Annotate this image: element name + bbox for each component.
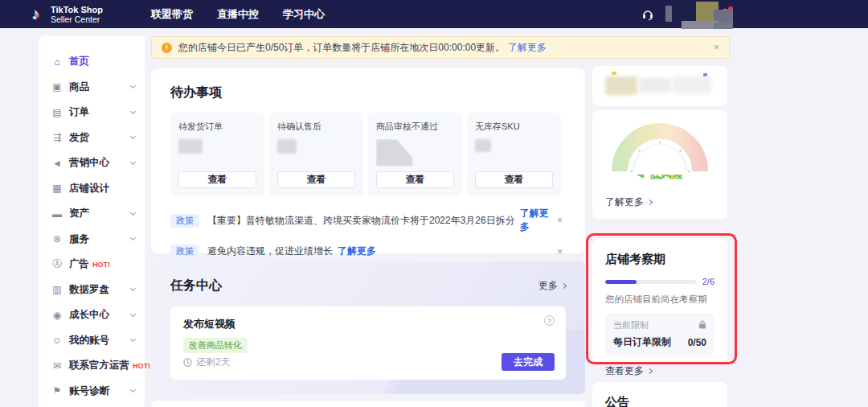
todo-view-button[interactable]: 查看: [178, 171, 256, 188]
task-center-more-link[interactable]: 更多: [538, 279, 566, 293]
redacted-blur: [277, 139, 297, 154]
chevron-down-icon: [130, 311, 136, 317]
sidebar-item-marketing-icon: ◄: [51, 158, 63, 169]
chevron-down-icon: [130, 159, 136, 165]
redacted-blur: [475, 139, 491, 152]
sidebar-item-services-icon: ⊛: [51, 233, 63, 245]
sidebar-item-contact-ops-icon: ✉: [51, 360, 63, 372]
todo-card-label: 无库存SKU: [475, 121, 553, 133]
sidebar-item-diagnosis[interactable]: ⚑ 账号诊断: [51, 379, 135, 405]
sidebar-item-growth[interactable]: ◉ 成长中心: [51, 302, 135, 328]
chevron-right-icon: [561, 283, 567, 289]
policy-close-icon[interactable]: ×: [557, 215, 566, 226]
sidebar-item-shipping[interactable]: ⇶ 发货: [51, 125, 135, 151]
limit-name: 每日订单限制: [613, 335, 671, 349]
chevron-down-icon: [130, 134, 136, 139]
task-tag: 改善商品转化: [183, 338, 248, 353]
help-icon[interactable]: ?: [544, 315, 555, 326]
announcements-title: 公告: [605, 395, 714, 407]
nav-link-academy[interactable]: 学习中心: [283, 7, 325, 22]
tiktok-note-icon: ♪♪♪: [32, 6, 45, 23]
sidebar-item-home-icon: ⌂: [51, 56, 63, 68]
policy-text: 避免内容违规，促进业绩增长: [207, 245, 333, 258]
policy-text: 【重要】普特敏物流渠道、跨境买卖家物流价卡将于2022年3月26日拆分: [207, 214, 515, 228]
redacted-blur: [639, 78, 671, 92]
todo-title: 待办事项: [170, 84, 566, 101]
todo-view-button[interactable]: 查看: [277, 171, 355, 188]
inspection-title: 店铺考察期: [605, 252, 714, 267]
sidebar-item-ads-icon: Ⓐ: [51, 257, 63, 271]
banner-learn-more-link[interactable]: 了解更多: [508, 41, 547, 55]
hot-badge: HOT!: [92, 261, 110, 269]
todo-card-label: 待确认售后: [277, 121, 355, 133]
sidebar-item-contact-ops[interactable]: ✉ 联系官方运营 HOT!: [51, 353, 135, 379]
sidebar-item-data-compass[interactable]: ▥ 数据罗盘: [51, 278, 135, 303]
task-complete-button[interactable]: 去完成: [502, 353, 555, 371]
current-limit-box: 当前限制 每日订单限制 0/50: [605, 313, 714, 356]
sidebar-item-home[interactable]: ⌂ 首页: [51, 49, 135, 75]
sidebar-item-diagnosis-icon: ⚑: [51, 385, 63, 397]
todo-card-review-failed: 商品审核不通过 查看: [368, 113, 462, 196]
chevron-down-icon: [130, 210, 136, 216]
policy-badge: 政策: [170, 214, 199, 228]
todo-card-out-of-stock: 无库存SKU 查看: [467, 113, 561, 196]
policy-learn-more-link[interactable]: 了解更多: [338, 245, 376, 258]
policy-close-icon[interactable]: ×: [557, 246, 566, 257]
clock-icon: [183, 358, 192, 367]
redacted-blur: [703, 73, 707, 76]
nav-link-live[interactable]: 直播中控: [217, 7, 259, 22]
todo-view-button[interactable]: 查看: [376, 171, 454, 188]
sidebar-item-orders[interactable]: ▤ 订单: [51, 100, 135, 125]
chevron-down-icon: [130, 336, 136, 342]
order-limit-banner: ! 您的店铺今日已产生0/50订单，订单数量将于店铺所在地次日00:00:00更…: [151, 36, 730, 59]
redacted-blur: [612, 72, 616, 75]
sidebar-item-shop-design[interactable]: ▦ 店铺设计: [51, 176, 135, 202]
sidebar-item-data-compass-icon: ▥: [51, 284, 63, 295]
sidebar-item-assets[interactable]: ▬ 资产: [51, 201, 135, 227]
shop-inspection-card: 店铺考察期 2/6 您的店铺目前尚在考察期 当前限制 每日订单限制 0/50 查…: [592, 239, 727, 362]
tiktok-shop-logo[interactable]: ♪♪♪ TikTok ShopSeller Center: [32, 5, 103, 24]
shop-info-card-redacted: [592, 66, 727, 106]
redacted-blur: [376, 139, 413, 166]
sidebar: ⌂ 首页 ▣ 商品 ▤ 订单 ⇶ 发货 ◄ 营销中心 ▦ 店铺设计 ▬ 资产 ⊛…: [39, 36, 145, 407]
risk-learn-more-link[interactable]: 了解更多: [605, 195, 652, 209]
chevron-right-icon: [647, 368, 653, 374]
risk-gauge-card: 低风险 了解更多: [592, 110, 727, 219]
sidebar-item-products[interactable]: ▣ 商品: [51, 75, 135, 101]
chevron-down-icon: [130, 109, 136, 114]
top-navbar: ♪♪♪ TikTok ShopSeller Center 联盟带货直播中控学习中…: [0, 0, 868, 28]
banner-text: 您的店铺今日已产生0/50订单，订单数量将于店铺所在地次日00:00:00更新。: [178, 41, 505, 55]
policy-learn-more-link[interactable]: 了解更多: [520, 207, 557, 234]
nav-link-affiliate[interactable]: 联盟带货: [151, 7, 193, 22]
chevron-down-icon: [130, 286, 136, 291]
warning-icon: !: [162, 43, 172, 53]
limit-value: 0/50: [688, 337, 706, 348]
policy-badge: 政策: [170, 245, 199, 258]
announcements-card: 公告: [592, 382, 727, 407]
sidebar-item-ads[interactable]: Ⓐ 广告 HOT!: [51, 252, 135, 278]
sidebar-item-my-account[interactable]: ☺ 我的账号: [51, 328, 135, 354]
inspection-see-more-link[interactable]: 查看更多: [605, 364, 714, 378]
policy-row: 政策 【重要】普特敏物流渠道、跨境买卖家物流价卡将于2022年3月26日拆分 了…: [170, 207, 566, 234]
todo-section-card: 待办事项 待发货订单 查看 待确认售后 查看 商品审核不通过 查看 无库存SKU…: [151, 68, 585, 253]
policy-row: 政策 避免内容违规，促进业绩增长 了解更多 ×: [170, 245, 566, 258]
task-title: 发布短视频: [183, 317, 553, 331]
limit-label: 当前限制: [613, 319, 649, 331]
redacted-blur: [673, 76, 711, 93]
banner-close-icon[interactable]: ×: [714, 42, 719, 53]
avatar-redacted[interactable]: [665, 2, 733, 27]
todo-card-pending-shipment: 待发货订单 查看: [170, 113, 264, 196]
hot-badge: HOT!: [133, 362, 150, 370]
next-section-card-partial: [151, 401, 585, 407]
inspection-progress-bar: [605, 280, 696, 284]
inspection-progress-label: 2/6: [702, 277, 714, 286]
task-deadline: 还剩2天: [183, 356, 231, 369]
sidebar-item-services[interactable]: ⊛ 服务: [51, 227, 135, 253]
sidebar-item-assets-icon: ▬: [51, 208, 63, 220]
sidebar-item-growth-icon: ◉: [51, 310, 63, 321]
todo-view-button[interactable]: 查看: [475, 171, 553, 188]
headset-support-icon[interactable]: [641, 8, 654, 21]
todo-card-label: 待发货订单: [178, 121, 256, 133]
sidebar-item-marketing[interactable]: ◄ 营销中心: [51, 150, 135, 176]
chevron-down-icon: [130, 387, 136, 393]
